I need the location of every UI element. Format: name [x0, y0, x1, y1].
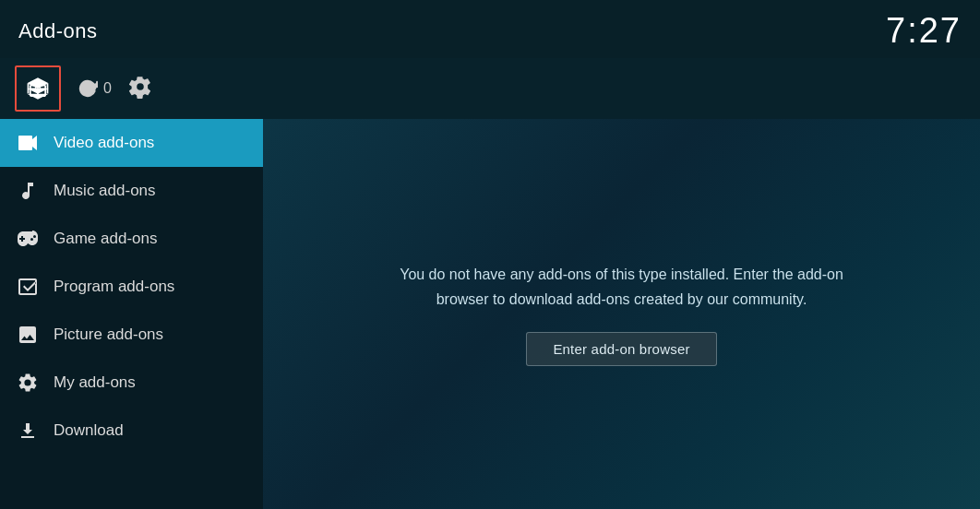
- picture-icon: [17, 324, 39, 346]
- enter-addon-browser-button[interactable]: Enter add-on browser: [526, 332, 716, 366]
- sidebar-item-program-addons[interactable]: Program add-ons: [0, 263, 263, 311]
- addon-box-button[interactable]: [15, 65, 61, 112]
- content-area: You do not have any add-ons of this type…: [263, 119, 980, 509]
- addon-box-icon: [25, 76, 51, 101]
- sidebar-item-my-addons[interactable]: My add-ons: [0, 359, 263, 407]
- sidebar-label-picture-addons: Picture add-ons: [54, 326, 163, 344]
- clock: 7:27: [886, 11, 962, 51]
- svg-marker-2: [32, 136, 37, 150]
- refresh-count: 0: [103, 80, 112, 97]
- sidebar-item-music-addons[interactable]: Music add-ons: [0, 167, 263, 215]
- sidebar-item-picture-addons[interactable]: Picture add-ons: [0, 311, 263, 359]
- sidebar-label-video-addons: Video add-ons: [54, 134, 154, 152]
- program-icon: [17, 276, 39, 298]
- sidebar: Video add-ons Music add-ons Game add-ons…: [0, 119, 263, 509]
- sidebar-label-program-addons: Program add-ons: [54, 278, 174, 296]
- sidebar-item-video-addons[interactable]: Video add-ons: [0, 119, 263, 167]
- refresh-icon: [78, 78, 98, 99]
- video-icon: [17, 132, 39, 154]
- no-addons-message: You do not have any add-ons of this type…: [391, 262, 853, 312]
- main-layout: Video add-ons Music add-ons Game add-ons…: [0, 119, 980, 509]
- download-icon: [17, 420, 39, 442]
- sidebar-label-game-addons: Game add-ons: [54, 230, 157, 248]
- svg-rect-1: [18, 136, 32, 150]
- settings-icon: [128, 75, 152, 99]
- sidebar-label-music-addons: Music add-ons: [54, 182, 156, 200]
- sidebar-label-download: Download: [54, 421, 124, 440]
- page-title: Add-ons: [18, 19, 97, 43]
- header: Add-ons 7:27: [0, 0, 980, 58]
- toolbar: 0: [0, 58, 980, 119]
- sidebar-item-game-addons[interactable]: Game add-ons: [0, 215, 263, 263]
- sidebar-item-download[interactable]: Download: [0, 407, 263, 455]
- music-icon: [17, 180, 39, 202]
- refresh-button[interactable]: 0: [78, 78, 112, 99]
- myaddon-icon: [17, 372, 39, 394]
- sidebar-label-my-addons: My add-ons: [54, 373, 136, 392]
- game-icon: [17, 228, 39, 250]
- settings-button[interactable]: [128, 75, 152, 102]
